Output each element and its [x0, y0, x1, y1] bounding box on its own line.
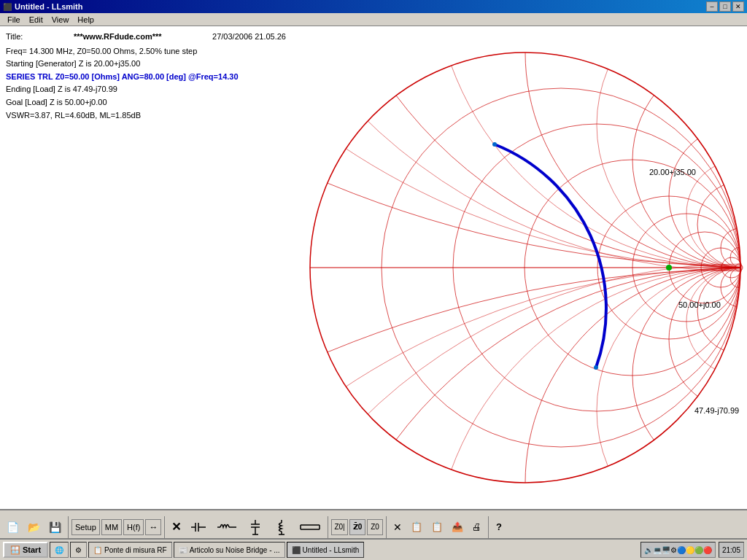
toolbar-new-button[interactable]: 📄	[3, 518, 23, 537]
toolbar-z0-1-button[interactable]: Z0|	[331, 519, 347, 535]
taskbar-time: 21:05	[719, 542, 744, 558]
window-title: Untitled - LLsmith	[15, 2, 83, 11]
taskbar-item-ponte[interactable]: 📋 Ponte di misura RF	[88, 542, 172, 558]
info-panel: Title: ***www.RFdude.com*** 27/03/2006 2…	[0, 26, 292, 509]
smith-chart-svg: 20.00+j35.00 50.00+j0.00 47.49-j70.99	[292, 42, 747, 494]
taskbar-ponte-label: Ponte di misura RF	[104, 546, 167, 554]
taskbar-ponte-icon: 📋	[93, 546, 102, 554]
taskbar-item-explorer[interactable]: ⚙	[70, 542, 87, 558]
smith-start-label: 20.00+j35.00	[649, 168, 696, 176]
menu-help[interactable]: Help	[73, 15, 98, 25]
minimize-button[interactable]: –	[706, 1, 718, 12]
titlebar-left: ⬛ Untitled - LLsmith	[3, 2, 83, 11]
tray-icons: 🔊💻🖥️⚙🔵🟡🟢🔴	[644, 546, 712, 554]
info-date: 27/03/2006 21.05.26	[212, 31, 286, 44]
taskbar-system-tray: 🔊💻🖥️⚙🔵🟡🟢🔴	[640, 542, 716, 558]
menubar: File Edit View Help	[0, 13, 747, 26]
toolbar-shunt-c-button[interactable]	[243, 518, 268, 537]
info-title-label: Title:	[6, 31, 23, 44]
start-label: Start	[23, 545, 41, 554]
toolbar-setup-button[interactable]: Setup	[71, 519, 100, 535]
toolbar-sep-5	[488, 516, 489, 538]
taskbar-articolo-label: Articolo su Noise Bridge - ...	[190, 546, 280, 554]
toolbar-x-button[interactable]: ✕	[390, 518, 406, 537]
toolbar-open-button[interactable]: 📂	[24, 518, 44, 537]
toolbar-series-l-button[interactable]	[212, 518, 241, 537]
smith-end-label: 47.49-j70.99	[694, 406, 739, 415]
info-website: ***www.RFdude.com***	[74, 31, 162, 44]
taskbar-item-llsmith[interactable]: ⬛ Untitled - LLsmith	[287, 542, 365, 558]
smith-chart-area: 20.00+j35.00 50.00+j0.00 47.49-j70.99	[292, 26, 747, 509]
taskbar-llsmith-icon: ⬛	[292, 546, 301, 554]
menu-view[interactable]: View	[47, 15, 74, 25]
toolbar-save-button[interactable]: 💾	[45, 518, 65, 537]
taskbar-item-articolo[interactable]: 📰 Articolo su Noise Bridge - ...	[174, 542, 285, 558]
info-goal: Goal [Load] Z is 50.00+j0.00	[6, 96, 286, 109]
taskbar-articolo-icon: 📰	[179, 546, 187, 554]
toolbar-sep-4	[386, 516, 387, 538]
toolbar-cross-button[interactable]: ✕	[168, 518, 185, 537]
toolbar-sep-2	[164, 516, 165, 538]
menu-file[interactable]: File	[3, 15, 25, 25]
info-series: SERIES TRL Z0=50.00 [Ohms] ANG=80.00 [de…	[6, 71, 286, 84]
svg-point-39	[492, 142, 497, 147]
toolbar-series-c-button[interactable]	[186, 518, 211, 537]
toolbar-print-button[interactable]: 🖨	[468, 518, 485, 537]
taskbar-right: 🔊💻🖥️⚙🔵🟡🟢🔴 21:05	[640, 542, 744, 558]
taskbar-llsmith-label: Untitled - LLsmith	[303, 546, 360, 554]
svg-point-40	[666, 265, 672, 271]
info-ending: Ending [Load] Z is 47.49-j70.99	[6, 83, 286, 96]
info-freq: Freq= 14.300 MHz, Z0=50.00 Ohms, 2.50% t…	[6, 45, 286, 58]
titlebar: ⬛ Untitled - LLsmith – □ ✕	[0, 0, 747, 13]
toolbar-arrows-button[interactable]: ↔	[145, 519, 161, 535]
taskbar: 🪟 Start 🌐 ⚙ 📋 Ponte di misura RF 📰 Artic…	[0, 538, 747, 560]
toolbar-sep-3	[328, 516, 328, 538]
toolbar-trl-button[interactable]	[295, 518, 325, 537]
titlebar-controls: – □ ✕	[706, 1, 744, 12]
start-icon: 🪟	[10, 545, 20, 555]
info-vswr: VSWR=3.87, RL=4.60dB, ML=1.85dB	[6, 109, 286, 122]
toolbar-help-button[interactable]: ?	[492, 518, 506, 537]
toolbar-z0-3-button[interactable]: Z0	[367, 519, 383, 535]
taskbar-item-ie[interactable]: 🌐	[50, 542, 69, 558]
toolbar-copy-button[interactable]: 📋	[407, 518, 426, 537]
app-icon: ⬛	[3, 3, 12, 11]
smith-center-label: 50.00+j0.00	[678, 300, 721, 309]
maximize-button[interactable]: □	[719, 1, 731, 12]
menu-edit[interactable]: Edit	[25, 15, 47, 25]
main-content: Title: ***www.RFdude.com*** 27/03/2006 2…	[0, 26, 747, 509]
svg-point-41	[594, 365, 598, 370]
toolbar-paste-button[interactable]: 📋	[427, 518, 446, 537]
toolbar-z0-2-button[interactable]: Z̄0	[349, 519, 366, 535]
start-button[interactable]: 🪟 Start	[3, 542, 48, 558]
toolbar-sep-1	[68, 516, 69, 538]
toolbar-export-button[interactable]: 📤	[448, 518, 467, 537]
toolbar-mm-button[interactable]: MM	[101, 519, 122, 535]
toolbar-shunt-l-button[interactable]	[269, 518, 294, 537]
info-starting: Starting [Generator] Z is 20.00+j35.00	[6, 58, 286, 71]
close-button[interactable]: ✕	[732, 1, 744, 12]
toolbar-hf-button[interactable]: H(f)	[123, 519, 144, 535]
